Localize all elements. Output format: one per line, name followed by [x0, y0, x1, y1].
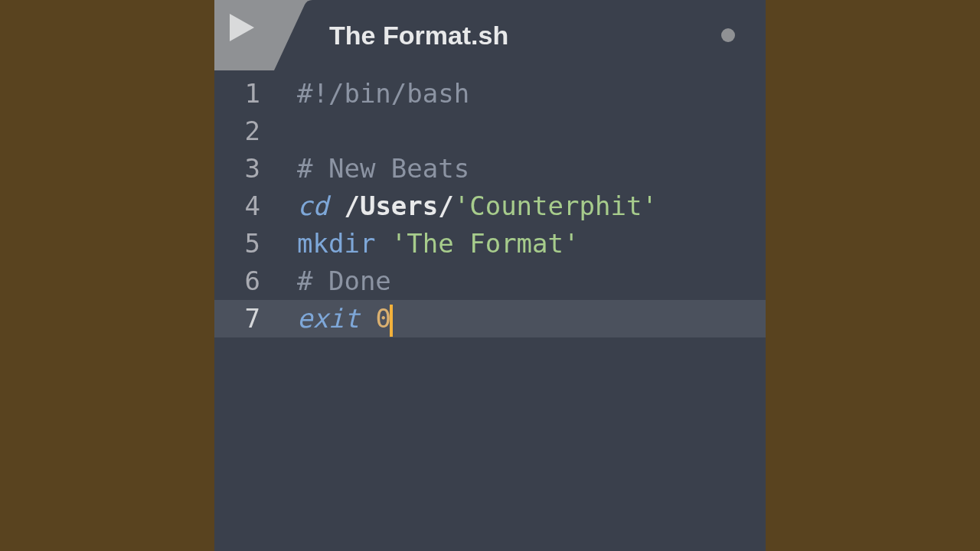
- tab-bar: The Format.sh: [214, 0, 766, 70]
- unsaved-indicator-icon: [721, 28, 735, 42]
- token-comment: # New Beats: [297, 153, 469, 184]
- svg-marker-0: [230, 14, 254, 41]
- run-button[interactable]: [224, 11, 257, 44]
- code-area[interactable]: #!/bin/bash# New Beatscd /Users/'Counter…: [274, 70, 766, 551]
- token-comment: # Done: [297, 266, 391, 296]
- editor-window: The Format.sh 1234567 #!/bin/bash# New B…: [214, 0, 766, 551]
- token-builtin: cd: [297, 191, 328, 221]
- code-line[interactable]: cd /Users/'Counterphit': [297, 187, 766, 225]
- token-string: 'Counterphit': [454, 191, 658, 221]
- line-number: 1: [214, 75, 274, 112]
- token-builtin: exit: [297, 303, 360, 334]
- line-number-gutter: 1234567: [214, 70, 274, 551]
- file-tab[interactable]: The Format.sh: [274, 0, 766, 70]
- line-number: 4: [214, 187, 274, 225]
- token-keyword: mkdir: [297, 228, 375, 259]
- line-number: 5: [214, 225, 274, 262]
- code-line[interactable]: # New Beats: [297, 150, 766, 187]
- token-plain: [328, 191, 344, 221]
- code-line[interactable]: # Done: [297, 262, 766, 300]
- code-line[interactable]: mkdir 'The Format': [297, 225, 766, 262]
- line-number: 2: [214, 112, 274, 150]
- line-number: 3: [214, 150, 274, 187]
- token-comment: #!/bin/bash: [297, 78, 469, 109]
- token-plain: [375, 228, 390, 259]
- code-editor[interactable]: 1234567 #!/bin/bash# New Beatscd /Users/…: [214, 70, 766, 551]
- line-number: 7: [214, 300, 274, 337]
- line-number: 6: [214, 262, 274, 300]
- token-plain: [360, 303, 375, 334]
- token-path: /Users/: [344, 191, 453, 221]
- text-cursor: [390, 305, 393, 337]
- token-number: 0: [375, 303, 390, 334]
- code-line[interactable]: #!/bin/bash: [297, 75, 766, 112]
- token-string: 'The Format': [391, 228, 580, 259]
- code-line[interactable]: [297, 112, 766, 150]
- code-line[interactable]: exit 0: [274, 300, 766, 337]
- tab-title: The Format.sh: [329, 21, 703, 51]
- play-icon: [224, 11, 257, 44]
